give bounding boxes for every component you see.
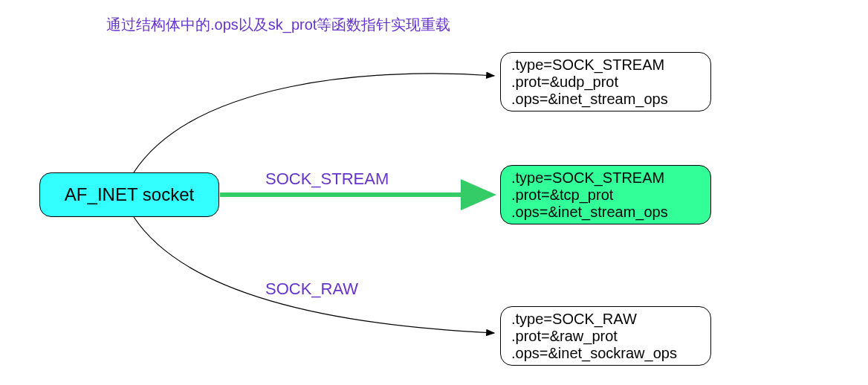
source-label: AF_INET socket xyxy=(65,184,194,205)
edge-label-stream: SOCK_STREAM xyxy=(265,169,389,189)
target-field-ops: .ops=&inet_sockraw_ops xyxy=(511,345,700,362)
target-node-2: .type=SOCK_STREAM .prot=&tcp_prot .ops=&… xyxy=(500,165,711,224)
target-field-prot: .prot=&tcp_prot xyxy=(511,187,700,204)
source-node: AF_INET socket xyxy=(39,172,219,217)
target-field-prot: .prot=&raw_prot xyxy=(511,328,700,345)
target-field-type: .type=SOCK_STREAM xyxy=(511,169,700,187)
target-node-1: .type=SOCK_STREAM .prot=&udp_prot .ops=&… xyxy=(500,52,711,111)
target-field-type: .type=SOCK_STREAM xyxy=(511,56,700,74)
target-field-type: .type=SOCK_RAW xyxy=(511,311,700,328)
target-field-ops: .ops=&inet_stream_ops xyxy=(511,91,700,108)
edge-label-raw: SOCK_RAW xyxy=(265,279,358,299)
target-field-prot: .prot=&udp_prot xyxy=(511,74,700,91)
target-node-3: .type=SOCK_RAW .prot=&raw_prot .ops=&ine… xyxy=(500,306,711,366)
target-field-ops: .ops=&inet_stream_ops xyxy=(511,204,700,221)
diagram-title: 通过结构体中的.ops以及sk_prot等函数指针实现重载 xyxy=(106,15,450,35)
